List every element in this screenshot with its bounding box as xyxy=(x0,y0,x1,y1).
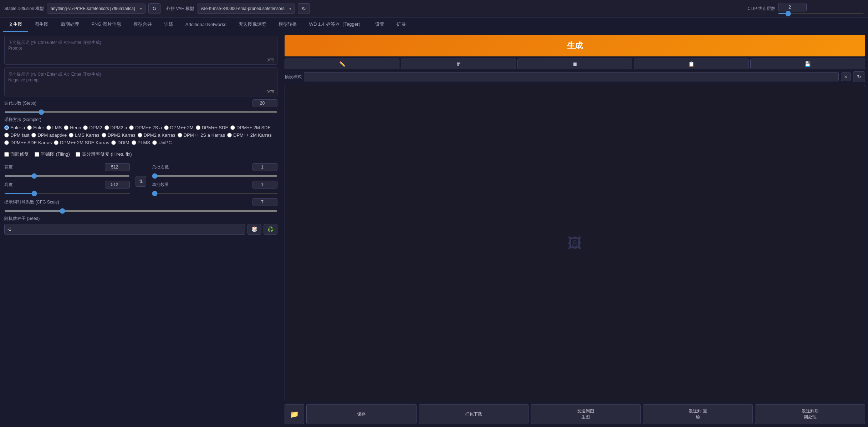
sampler-dpm2[interactable]: DPM2 xyxy=(83,125,102,130)
face-restore-input[interactable] xyxy=(4,152,9,157)
style-preset-section: 预设样式 ✕ ↻ xyxy=(285,71,865,82)
seed-recycle-btn[interactable]: ♻️ xyxy=(264,224,277,235)
positive-prompt-container: 0/75 xyxy=(4,36,277,65)
batch-size-slider[interactable] xyxy=(152,193,277,194)
tab-train[interactable]: 训练 xyxy=(158,17,179,32)
cfg-scale-slider[interactable] xyxy=(4,210,277,212)
batch-size-label: 单批数量 xyxy=(152,182,169,188)
clip-slider[interactable] xyxy=(778,13,864,14)
sampler-dpmpp2m[interactable]: DPM++ 2M xyxy=(164,125,194,130)
tab-infiniteimagegrid[interactable]: 无边图像浏览 xyxy=(233,17,272,32)
left-panel: 0/75 0/75 迭代步数 (Steps) 采样方法 (Sampler) Eu… xyxy=(0,32,282,427)
vae-model-refresh-btn[interactable]: ↻ xyxy=(298,3,310,14)
swap-dimensions-btn[interactable]: ⇅ xyxy=(136,176,146,187)
zip-download-btn[interactable]: 打包下载 xyxy=(419,404,529,424)
clip-label: CLIP 终止层数 xyxy=(747,6,775,12)
sampler-unipc[interactable]: UniPC xyxy=(152,140,172,145)
style-preset-input[interactable] xyxy=(304,72,839,81)
tab-txt2img[interactable]: 文生图 xyxy=(3,17,28,32)
tab-postprocessing[interactable]: 后期处理 xyxy=(55,17,85,32)
tab-tagger[interactable]: WD 1.4 标签器（Tagger） xyxy=(303,17,369,32)
sd-model-select-wrapper: anything-v5-PrtRE.safetensors [7f96a1a9c… xyxy=(47,4,145,14)
width-value-input[interactable] xyxy=(105,163,130,171)
pencil-tool-btn[interactable]: ✏️ xyxy=(285,59,399,69)
hires-fix-input[interactable] xyxy=(76,152,80,157)
sampler-dpmpp2sakarras[interactable]: DPM++ 2S a Karras xyxy=(178,132,225,138)
height-value-input[interactable] xyxy=(105,181,130,189)
seed-value-input[interactable] xyxy=(4,224,245,235)
total-batches-input[interactable] xyxy=(252,163,277,171)
style-clear-btn[interactable]: ✕ xyxy=(841,72,851,81)
trash-tool-btn[interactable]: 🗑 xyxy=(401,59,516,69)
face-restore-checkbox[interactable]: 面部修复 xyxy=(4,151,29,157)
generate-btn[interactable]: 生成 xyxy=(285,35,865,56)
style-refresh-btn[interactable]: ↻ xyxy=(853,71,865,82)
sampler-euler-a[interactable]: Euler a xyxy=(4,125,25,130)
stop-tool-btn[interactable]: ⏹ xyxy=(517,59,632,69)
sampler-dpmpp2msde[interactable]: DPM++ 2M SDE xyxy=(230,125,271,130)
open-folder-btn[interactable]: 📁 xyxy=(285,404,304,424)
top-bar: Stable Diffusion 模型 anything-v5-PrtRE.sa… xyxy=(0,0,868,17)
seed-label: 随机数种子 (Seed) xyxy=(4,216,40,221)
sampler-dpm2a[interactable]: DPM2 a xyxy=(104,125,127,130)
sampler-dpmppsdekarras[interactable]: DPM++ SDE Karras xyxy=(4,140,52,145)
steps-slider[interactable] xyxy=(4,111,277,113)
sampler-dpmpp2msdekarras[interactable]: DPM++ 2M SDE Karras xyxy=(54,140,109,145)
tab-extensions[interactable]: 扩展 xyxy=(391,17,412,32)
clip-section: CLIP 终止层数 xyxy=(747,3,864,14)
sampler-dpm2akarras[interactable]: DPM2 a Karras xyxy=(138,132,175,138)
sd-model-select[interactable]: anything-v5-PrtRE.safetensors [7f96a1a9c… xyxy=(47,4,145,14)
sampler-euler[interactable]: Euler xyxy=(27,125,44,130)
batch-size-input[interactable] xyxy=(252,181,277,189)
positive-prompt-input[interactable] xyxy=(5,36,277,63)
style-select-wrapper xyxy=(304,72,839,81)
tab-img2img[interactable]: 图生图 xyxy=(29,17,54,32)
image-preview-icon: 🖼 xyxy=(568,235,582,251)
tab-settings[interactable]: 设置 xyxy=(369,17,390,32)
checkbox-group: 面部修复 平铺图 (Tiling) 高分辨率修复 (Hires. fix) xyxy=(4,151,277,157)
send-txt2img-btn[interactable]: 发送到图生图 xyxy=(531,404,641,424)
height-slider[interactable] xyxy=(4,193,130,194)
seed-section: 随机数种子 (Seed) 🎲 ♻️ xyxy=(4,216,277,235)
tab-modelconverter[interactable]: 模型转换 xyxy=(273,17,303,32)
sampler-dpm2karras[interactable]: DPM2 Karras xyxy=(102,132,136,138)
sampler-ddim[interactable]: DDIM xyxy=(111,140,129,145)
total-batches-slider[interactable] xyxy=(152,175,277,177)
copy-tool-btn[interactable]: 📋 xyxy=(634,59,749,69)
cfg-scale-input[interactable] xyxy=(252,198,277,206)
steps-value-input[interactable] xyxy=(252,99,277,107)
save-tool-btn[interactable]: 💾 xyxy=(750,59,865,69)
cfg-scale-section: 提示词引导系数 (CFG Scale) xyxy=(4,198,277,213)
sampler-plms[interactable]: PLMS xyxy=(132,140,150,145)
tab-additionalnetworks[interactable]: Additional Networks xyxy=(180,18,232,31)
sampler-dpmpp2mkarras[interactable]: DPM++ 2M Karras xyxy=(227,132,272,138)
sampler-dpmadaptive[interactable]: DPM adaptive xyxy=(31,132,67,138)
sampler-dpmppsde[interactable]: DPM++ SDE xyxy=(196,125,228,130)
seed-random-btn[interactable]: 🎲 xyxy=(247,224,261,235)
send-postprocess-btn[interactable]: 发送到后期处理 xyxy=(755,404,865,424)
tiling-checkbox[interactable]: 平铺图 (Tiling) xyxy=(35,151,70,157)
sampler-lmskarras[interactable]: LMS Karras xyxy=(69,132,99,138)
vae-model-section: 外挂 VAE 模型 vae-ft-mse-840000-ema-pruned.s… xyxy=(166,3,310,14)
hires-fix-checkbox[interactable]: 高分辨率修复 (Hires. fix) xyxy=(76,151,132,157)
sd-model-refresh-btn[interactable]: ↻ xyxy=(148,3,160,14)
clip-value-input[interactable] xyxy=(778,3,807,11)
total-batches-label: 总批次数 xyxy=(152,164,169,170)
vae-model-label: 外挂 VAE 模型 xyxy=(166,6,194,12)
vae-model-select[interactable]: vae-ft-mse-840000-ema-pruned.safetensors xyxy=(197,4,295,14)
tiling-input[interactable] xyxy=(35,152,39,157)
sampler-heun[interactable]: Heun xyxy=(64,125,81,130)
width-slider[interactable] xyxy=(4,175,130,177)
sampler-dpmfast[interactable]: DPM fast xyxy=(4,132,29,138)
style-preset-label: 预设样式 xyxy=(285,74,302,80)
sampler-lms[interactable]: LMS xyxy=(46,125,62,130)
vae-model-select-wrapper: vae-ft-mse-840000-ema-pruned.safetensors xyxy=(197,4,295,14)
action-btns-row: 📁 保存 打包下载 发送到图生图 发送到 重绘 发送到后期处理 xyxy=(285,404,865,424)
sampler-dpmpp2sa[interactable]: DPM++ 2S a xyxy=(129,125,162,130)
tab-pnginfo[interactable]: PNG 图片信息 xyxy=(86,17,127,32)
save-btn[interactable]: 保存 xyxy=(306,404,417,424)
negative-prompt-input[interactable] xyxy=(5,68,277,95)
tab-modelmerge[interactable]: 模型合并 xyxy=(128,17,158,32)
send-inpaint-btn[interactable]: 发送到 重绘 xyxy=(643,404,753,424)
negative-prompt-container: 0/75 xyxy=(4,67,277,96)
